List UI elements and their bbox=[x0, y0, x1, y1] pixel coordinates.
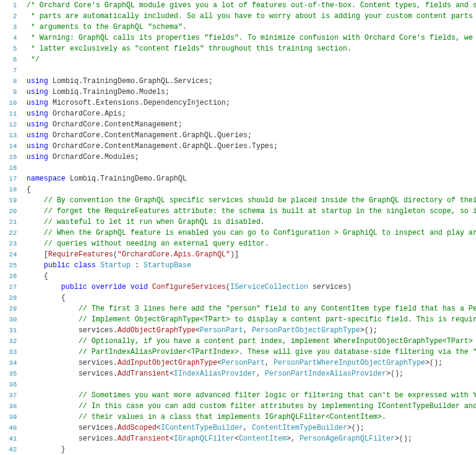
token: , bbox=[243, 424, 252, 432]
code-line[interactable]: // Sometimes you want more advanced filt… bbox=[26, 390, 476, 401]
code-line[interactable]: [RequireFeatures("OrchardCore.Apis.Graph… bbox=[26, 249, 476, 260]
token: ; bbox=[135, 153, 139, 161]
line-number: 10 bbox=[0, 98, 17, 108]
token: , bbox=[243, 326, 252, 335]
token: /* Orchard Core's GraphQL module gives y… bbox=[26, 1, 476, 10]
line-number: 17 bbox=[0, 173, 17, 184]
token bbox=[26, 240, 44, 248]
line-number: 25 bbox=[0, 260, 17, 271]
code-line[interactable]: * latter exclusively as "content fields"… bbox=[26, 43, 476, 54]
token: Types bbox=[252, 142, 274, 150]
code-line[interactable]: using Lombiq.TrainingDemo.GraphQL.Servic… bbox=[26, 76, 476, 87]
token bbox=[26, 402, 78, 410]
code-line[interactable]: /* Orchard Core's GraphQL module gives y… bbox=[26, 0, 476, 11]
code-line[interactable]: // The first 3 lines here add the "perso… bbox=[26, 303, 476, 314]
code-line[interactable]: using OrchardCore.Modules; bbox=[26, 152, 476, 162]
token: Lombiq bbox=[48, 77, 78, 85]
token: Models bbox=[139, 88, 165, 96]
token: IIndexAliasProvider bbox=[174, 370, 256, 378]
code-line[interactable]: // forget the RequireFeatures attribute:… bbox=[26, 206, 476, 217]
code-line[interactable]: public override void ConfigureServices(I… bbox=[26, 282, 476, 292]
token bbox=[26, 305, 78, 313]
line-number: 27 bbox=[0, 282, 17, 292]
code-line[interactable]: * parts are automatically included. So a… bbox=[26, 11, 476, 22]
code-line[interactable]: { bbox=[26, 292, 476, 303]
line-number: 31 bbox=[0, 325, 17, 336]
token: ; bbox=[226, 99, 230, 107]
line-number: 36 bbox=[0, 379, 17, 390]
code-line[interactable]: using OrchardCore.ContentManagement.Grap… bbox=[26, 141, 476, 152]
code-line[interactable]: // By convention the GraphQL specific se… bbox=[26, 195, 476, 206]
token: namespace bbox=[26, 175, 66, 183]
token: // PartIndexAliasProvider<TPartIndex>. T… bbox=[78, 348, 476, 356]
token: IContentTypeBuilder bbox=[161, 424, 243, 432]
token: // When the GraphQL feature is enabled y… bbox=[44, 229, 476, 237]
token: ContentItemTypeBuilder bbox=[252, 424, 347, 432]
code-line[interactable]: // PartIndexAliasProvider<TPartIndex>. T… bbox=[26, 347, 476, 358]
code-line[interactable]: public class Startup : StartupBase bbox=[26, 260, 476, 271]
token: , bbox=[256, 370, 265, 378]
code-line[interactable] bbox=[26, 162, 476, 173]
token bbox=[26, 337, 78, 345]
token: >(); bbox=[360, 326, 378, 335]
token: ConfigureServices bbox=[152, 283, 226, 291]
token: OrchardCore bbox=[48, 110, 100, 118]
token: Lombiq bbox=[48, 88, 78, 96]
line-number: 32 bbox=[0, 336, 17, 347]
token: // their values in a class that implemen… bbox=[78, 413, 386, 421]
code-line[interactable]: // When the GraphQL feature is enabled y… bbox=[26, 228, 476, 238]
code-line[interactable]: using Microsoft.Extensions.DependencyInj… bbox=[26, 98, 476, 108]
token bbox=[26, 272, 44, 280]
token: { bbox=[61, 294, 66, 302]
code-line[interactable]: } bbox=[26, 444, 476, 455]
token: . bbox=[78, 77, 82, 85]
line-number: 19 bbox=[0, 195, 17, 206]
code-line[interactable]: * Warning: GraphQL calls its properties … bbox=[26, 32, 476, 43]
token: ContentManagement bbox=[105, 131, 178, 140]
line-number: 42 bbox=[0, 444, 17, 455]
token: PersonPartObjectGraphType bbox=[252, 326, 360, 335]
code-line[interactable]: using Lombiq.TrainingDemo.Models; bbox=[26, 87, 476, 98]
code-line[interactable]: services.AddInputObjectGraphType<PersonP… bbox=[26, 358, 476, 368]
line-number: 28 bbox=[0, 292, 17, 303]
line-number: 35 bbox=[0, 368, 17, 379]
code-line[interactable]: using OrchardCore.ContentManagement; bbox=[26, 119, 476, 130]
code-line[interactable]: */ bbox=[26, 54, 476, 65]
code-line[interactable]: { bbox=[26, 271, 476, 282]
code-line[interactable]: services.AddTransient<IGraphQLFilter<Con… bbox=[26, 433, 476, 444]
code-line[interactable]: // their values in a class that implemen… bbox=[26, 412, 476, 422]
code-line[interactable]: * arguments to the GraphQL "schema". bbox=[26, 22, 476, 32]
code-line[interactable]: services.AddScoped<IContentTypeBuilder, … bbox=[26, 422, 476, 433]
code-line[interactable]: // Optionally, if you have a content par… bbox=[26, 336, 476, 347]
code-line[interactable]: using OrchardCore.ContentManagement.Grap… bbox=[26, 130, 476, 141]
token: >(); bbox=[386, 370, 404, 378]
token bbox=[26, 283, 61, 291]
line-number: 13 bbox=[0, 130, 17, 141]
line-number: 8 bbox=[0, 76, 17, 87]
code-line[interactable]: // wasteful to let it run when GraphQL i… bbox=[26, 217, 476, 228]
token: AddInputObjectGraphType bbox=[117, 359, 217, 367]
token: < bbox=[170, 435, 174, 443]
code-line[interactable]: services.AddObjectGraphType<PersonPart, … bbox=[26, 325, 476, 336]
code-line[interactable]: { bbox=[26, 184, 476, 195]
code-line[interactable]: // Implement ObjectGraphType<TPart> to d… bbox=[26, 314, 476, 325]
token: . bbox=[213, 142, 217, 150]
line-number: 9 bbox=[0, 87, 17, 98]
line-number: 5 bbox=[0, 43, 17, 54]
token: < bbox=[196, 326, 200, 335]
code-line[interactable]: using OrchardCore.Apis; bbox=[26, 108, 476, 119]
code-line[interactable] bbox=[26, 379, 476, 390]
token: . bbox=[247, 142, 252, 150]
code-line[interactable]: services.AddTransient<IIndexAliasProvide… bbox=[26, 368, 476, 379]
code-area[interactable]: /* Orchard Core's GraphQL module gives y… bbox=[22, 0, 476, 455]
token: . bbox=[78, 88, 82, 96]
code-line[interactable]: // queries without needing an external q… bbox=[26, 238, 476, 249]
code-line[interactable]: // In this case you can add custom filte… bbox=[26, 401, 476, 412]
token: GraphQL bbox=[182, 142, 212, 150]
code-line[interactable]: namespace Lombiq.TrainingDemo.GraphQL bbox=[26, 173, 476, 184]
line-number: 4 bbox=[0, 32, 17, 43]
token: // forget the RequireFeatures attribute:… bbox=[44, 207, 476, 215]
code-line[interactable] bbox=[26, 65, 476, 76]
token bbox=[87, 283, 91, 291]
code-editor[interactable]: 1234567891011121314151617181920212223242… bbox=[0, 0, 476, 455]
